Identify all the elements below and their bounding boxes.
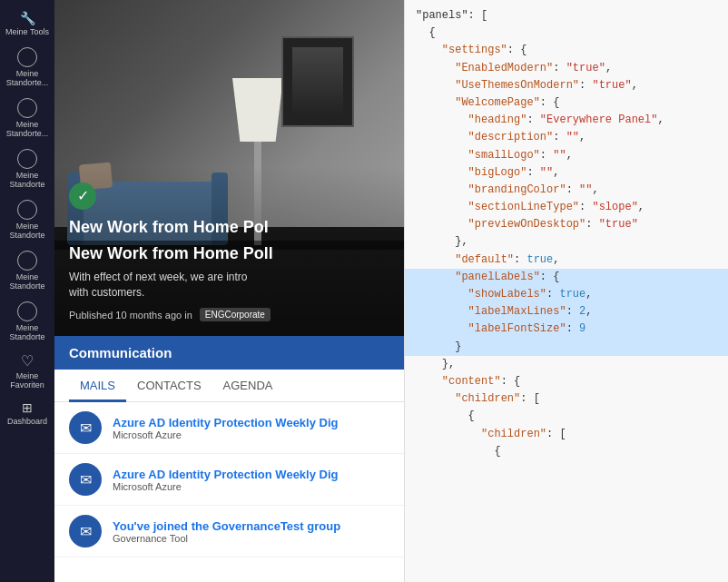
code-line: "heading": "Everywhere Panel",	[416, 112, 717, 129]
code-line-highlighted: "labelMaxLines": 2,	[405, 303, 728, 321]
circle-icon-6	[17, 301, 37, 321]
code-line: "EnabledModern": "true",	[416, 60, 717, 77]
mail-icon-3: ✉	[69, 515, 102, 547]
code-line: "brandingColor": "",	[416, 182, 717, 199]
mail-sub-2: Microsoft Azure	[113, 481, 389, 492]
mail-icon-1: ✉	[69, 411, 102, 444]
sidebar-item-standorte5[interactable]: Meine Standorte	[0, 247, 54, 294]
mail-sub-1: Microsoft Azure	[113, 429, 389, 440]
sidebar-item-standorte1[interactable]: Meine Standorte...	[0, 44, 54, 91]
hero-meta: Published 10 months ago in ENGCorporate	[69, 308, 389, 321]
hero-published: Published 10 months ago in	[69, 310, 192, 321]
communication-tabs: MAILS CONTACTS AGENDA	[54, 370, 404, 402]
hero-title2: New Work from Home Poll	[69, 243, 389, 264]
sidebar-item-standorte1-label: Meine Standorte...	[2, 69, 53, 87]
code-line: "smallLogo": "",	[416, 147, 717, 164]
mail-icon-2: ✉	[69, 463, 102, 496]
mail-item-content-1: Azure AD Identity Protection Weekly Dig …	[113, 416, 389, 440]
sidebar-item-standorte4-label: Meine Standorte	[2, 222, 53, 240]
hero-desc-line2: with customers.	[69, 286, 144, 299]
code-line: "content": {	[416, 373, 717, 390]
sidebar-item-standorte2[interactable]: Meine Standorte...	[0, 94, 54, 142]
sidebar-item-standorte4[interactable]: Meine Standorte	[0, 196, 54, 243]
sidebar-item-standorte3-label: Meine Standorte	[2, 171, 53, 189]
envelope-icon: ✉	[80, 419, 92, 437]
code-line: {	[416, 25, 717, 42]
code-line: {	[416, 408, 717, 425]
sidebar-item-standorte3[interactable]: Meine Standorte	[0, 145, 54, 192]
hero-tag: ENGCorporate	[200, 308, 271, 321]
code-line: "bigLogo": "",	[416, 164, 717, 182]
list-item[interactable]: ✉ You've joined the GovernanceTest group…	[54, 506, 404, 557]
grid-icon: ⊞	[22, 400, 33, 415]
hero-title: New Work from Home Pol	[69, 217, 389, 238]
hero-section: ✓ New Work from Home Pol New Work from H…	[54, 0, 404, 336]
communication-title: Communication	[69, 345, 172, 360]
mail-title-1: Azure AD Identity Protection Weekly Dig	[113, 416, 389, 429]
sidebar-item-tools-label: Meine Tools	[5, 27, 49, 36]
sidebar-item-favoriten[interactable]: ♡ Meine Favoriten	[0, 349, 54, 393]
code-line: },	[416, 233, 717, 251]
sidebar-item-favoriten-label: Meine Favoriten	[2, 371, 53, 390]
code-line-highlighted: "showLabels": true,	[405, 286, 728, 303]
code-line: "children": [	[416, 426, 717, 443]
code-line: "WelcomePage": {	[416, 94, 717, 112]
code-line: "sectionLineType": "slope",	[416, 199, 717, 216]
mail-item-content-3: You've joined the GovernanceTest group G…	[113, 519, 389, 544]
code-editor-panel[interactable]: "panels": [ { "settings": { "EnabledMode…	[404, 0, 728, 582]
hero-artwork-inner	[292, 47, 343, 116]
tab-agenda[interactable]: AGENDA	[212, 370, 284, 402]
code-line: "UseThemesOnModern": "true",	[416, 77, 717, 94]
main-left-panel: ✓ New Work from Home Pol New Work from H…	[54, 0, 404, 582]
circle-icon-4	[17, 200, 37, 220]
hero-artwork	[281, 36, 354, 127]
circle-icon-2	[17, 98, 37, 118]
communication-section: Communication MAILS CONTACTS AGENDA ✉ Az…	[54, 336, 404, 582]
sidebar-item-standorte6-label: Meine Standorte	[2, 323, 53, 341]
circle-icon-1	[17, 47, 37, 67]
sidebar: 🔧 Meine Tools Meine Standorte... Meine S…	[0, 0, 54, 582]
sidebar-item-tools[interactable]: 🔧 Meine Tools	[0, 7, 54, 40]
envelope-icon: ✉	[80, 471, 92, 488]
circle-icon-3	[17, 149, 37, 169]
tab-contacts[interactable]: CONTACTS	[126, 370, 212, 402]
hero-overlay: ✓ New Work from Home Pol New Work from H…	[54, 166, 404, 336]
hero-lamp-shade	[232, 78, 283, 142]
sidebar-item-standorte2-label: Meine Standorte...	[2, 120, 53, 138]
mail-title-2: Azure AD Identity Protection Weekly Dig	[113, 468, 389, 481]
mail-title-3: You've joined the GovernanceTest group	[113, 519, 389, 533]
list-item[interactable]: ✉ Azure AD Identity Protection Weekly Di…	[54, 402, 404, 454]
heart-icon: ♡	[21, 352, 34, 370]
hero-desc-line1: With effect of next week, we are intro	[69, 271, 248, 283]
hero-description: With effect of next week, we are intro w…	[69, 270, 389, 301]
mail-sub-3: Governance Tool	[113, 533, 389, 544]
code-line: "previewOnDesktop": "true"	[416, 216, 717, 233]
communication-header: Communication	[54, 336, 404, 370]
code-line: "settings": {	[416, 42, 717, 59]
sidebar-item-standorte5-label: Meine Standorte	[2, 272, 53, 291]
sidebar-item-standorte6[interactable]: Meine Standorte	[0, 298, 54, 345]
envelope-icon: ✉	[80, 523, 92, 540]
code-line: "default": true,	[416, 252, 717, 269]
sidebar-item-dashboard[interactable]: ⊞ Dashboard	[0, 397, 54, 429]
code-line: "description": "",	[416, 129, 717, 146]
code-line-highlighted: }	[405, 339, 728, 356]
code-line: "children": [	[416, 390, 717, 408]
hero-check-icon: ✓	[69, 182, 96, 210]
sidebar-item-dashboard-label: Dashboard	[7, 417, 47, 426]
mail-item-content-2: Azure AD Identity Protection Weekly Dig …	[113, 468, 389, 492]
code-line: {	[416, 443, 717, 460]
code-line: },	[416, 356, 717, 373]
code-line-highlighted: "panelLabels": {	[405, 269, 728, 286]
list-item[interactable]: ✉ Azure AD Identity Protection Weekly Di…	[54, 454, 404, 506]
tab-mails[interactable]: MAILS	[69, 370, 126, 402]
circle-icon-5	[17, 251, 37, 271]
communication-list: ✉ Azure AD Identity Protection Weekly Di…	[54, 402, 404, 582]
wrench-icon: 🔧	[20, 11, 35, 25]
code-line: "panels": [	[416, 7, 717, 25]
code-line-highlighted: "labelFontSize": 9	[405, 321, 728, 338]
